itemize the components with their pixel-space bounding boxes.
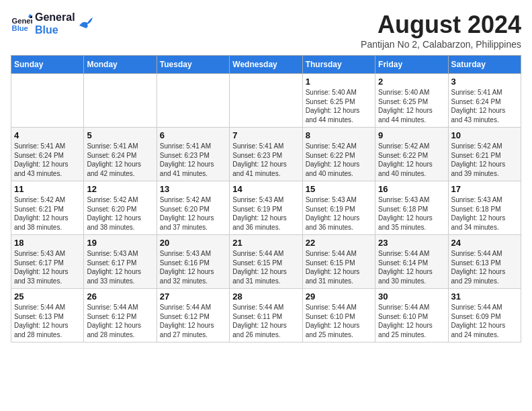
logo-blue: Blue xyxy=(35,24,75,36)
day-info: Sunrise: 5:41 AM Sunset: 6:24 PM Dayligh… xyxy=(87,142,153,178)
day-number: 16 xyxy=(378,184,445,194)
title-section: August 2024 Pantijan No 2, Calabarzon, P… xyxy=(361,11,521,50)
calendar-week-5: 25Sunrise: 5:44 AM Sunset: 6:13 PM Dayli… xyxy=(11,289,521,342)
day-number: 12 xyxy=(87,184,153,194)
day-number: 21 xyxy=(232,238,299,248)
calendar-cell: 15Sunrise: 5:43 AM Sunset: 6:19 PM Dayli… xyxy=(302,181,375,235)
weekday-header-tuesday: Tuesday xyxy=(157,56,229,74)
calendar-cell xyxy=(230,74,302,128)
calendar-cell: 13Sunrise: 5:42 AM Sunset: 6:20 PM Dayli… xyxy=(157,181,229,235)
calendar-cell: 11Sunrise: 5:42 AM Sunset: 6:21 PM Dayli… xyxy=(11,181,84,235)
calendar-cell: 1Sunrise: 5:40 AM Sunset: 6:25 PM Daylig… xyxy=(302,74,375,128)
day-number: 14 xyxy=(232,184,299,194)
weekday-header-sunday: Sunday xyxy=(11,56,84,74)
day-number: 17 xyxy=(451,184,518,194)
weekday-header-thursday: Thursday xyxy=(302,56,375,74)
day-info: Sunrise: 5:44 AM Sunset: 6:13 PM Dayligh… xyxy=(14,303,81,339)
day-info: Sunrise: 5:44 AM Sunset: 6:15 PM Dayligh… xyxy=(306,249,372,285)
day-number: 8 xyxy=(306,130,372,140)
calendar-cell: 24Sunrise: 5:44 AM Sunset: 6:13 PM Dayli… xyxy=(448,235,521,289)
day-number: 13 xyxy=(160,184,226,194)
day-info: Sunrise: 5:43 AM Sunset: 6:16 PM Dayligh… xyxy=(160,249,226,285)
calendar-table: SundayMondayTuesdayWednesdayThursdayFrid… xyxy=(11,55,521,342)
day-info: Sunrise: 5:43 AM Sunset: 6:17 PM Dayligh… xyxy=(14,249,81,285)
calendar-cell: 28Sunrise: 5:44 AM Sunset: 6:11 PM Dayli… xyxy=(230,289,302,342)
day-number: 7 xyxy=(232,130,299,140)
calendar-cell: 6Sunrise: 5:41 AM Sunset: 6:23 PM Daylig… xyxy=(157,128,229,181)
day-info: Sunrise: 5:40 AM Sunset: 6:25 PM Dayligh… xyxy=(378,88,445,124)
calendar-cell: 19Sunrise: 5:43 AM Sunset: 6:17 PM Dayli… xyxy=(84,235,157,289)
day-info: Sunrise: 5:42 AM Sunset: 6:21 PM Dayligh… xyxy=(14,195,81,232)
calendar-cell: 25Sunrise: 5:44 AM Sunset: 6:13 PM Dayli… xyxy=(11,289,84,342)
day-info: Sunrise: 5:43 AM Sunset: 6:19 PM Dayligh… xyxy=(306,195,372,232)
weekday-header-wednesday: Wednesday xyxy=(230,56,302,74)
day-number: 1 xyxy=(306,77,372,87)
calendar-cell: 8Sunrise: 5:42 AM Sunset: 6:22 PM Daylig… xyxy=(302,128,375,181)
day-info: Sunrise: 5:44 AM Sunset: 6:13 PM Dayligh… xyxy=(451,249,518,285)
weekday-header-friday: Friday xyxy=(375,56,448,74)
day-info: Sunrise: 5:41 AM Sunset: 6:24 PM Dayligh… xyxy=(451,88,518,124)
day-info: Sunrise: 5:44 AM Sunset: 6:14 PM Dayligh… xyxy=(378,249,445,285)
calendar-cell: 22Sunrise: 5:44 AM Sunset: 6:15 PM Dayli… xyxy=(302,235,375,289)
calendar-cell: 30Sunrise: 5:44 AM Sunset: 6:10 PM Dayli… xyxy=(375,289,448,342)
calendar-cell: 14Sunrise: 5:43 AM Sunset: 6:19 PM Dayli… xyxy=(230,181,302,235)
day-number: 5 xyxy=(87,130,153,140)
day-info: Sunrise: 5:40 AM Sunset: 6:25 PM Dayligh… xyxy=(306,88,372,124)
day-info: Sunrise: 5:42 AM Sunset: 6:20 PM Dayligh… xyxy=(87,195,153,232)
day-number: 29 xyxy=(306,291,372,302)
day-info: Sunrise: 5:42 AM Sunset: 6:22 PM Dayligh… xyxy=(378,142,445,178)
day-info: Sunrise: 5:44 AM Sunset: 6:10 PM Dayligh… xyxy=(378,303,445,339)
logo-general: General xyxy=(35,11,75,24)
calendar-cell: 2Sunrise: 5:40 AM Sunset: 6:25 PM Daylig… xyxy=(375,74,448,128)
calendar-cell: 3Sunrise: 5:41 AM Sunset: 6:24 PM Daylig… xyxy=(448,74,521,128)
day-number: 24 xyxy=(451,238,518,248)
day-number: 4 xyxy=(14,130,81,140)
day-number: 18 xyxy=(14,238,81,248)
calendar-cell: 7Sunrise: 5:41 AM Sunset: 6:23 PM Daylig… xyxy=(230,128,302,181)
calendar-cell: 9Sunrise: 5:42 AM Sunset: 6:22 PM Daylig… xyxy=(375,128,448,181)
day-info: Sunrise: 5:42 AM Sunset: 6:22 PM Dayligh… xyxy=(306,142,372,178)
day-info: Sunrise: 5:42 AM Sunset: 6:21 PM Dayligh… xyxy=(451,142,518,178)
calendar-cell: 27Sunrise: 5:44 AM Sunset: 6:12 PM Dayli… xyxy=(157,289,229,342)
header: General Blue General Blue August 2024 Pa… xyxy=(11,11,521,50)
calendar-cell: 12Sunrise: 5:42 AM Sunset: 6:20 PM Dayli… xyxy=(84,181,157,235)
calendar-cell: 20Sunrise: 5:43 AM Sunset: 6:16 PM Dayli… xyxy=(157,235,229,289)
logo: General Blue General Blue xyxy=(11,11,93,36)
day-info: Sunrise: 5:43 AM Sunset: 6:18 PM Dayligh… xyxy=(378,195,445,232)
day-number: 26 xyxy=(87,291,153,302)
day-info: Sunrise: 5:44 AM Sunset: 6:09 PM Dayligh… xyxy=(451,303,518,339)
day-info: Sunrise: 5:44 AM Sunset: 6:10 PM Dayligh… xyxy=(306,303,372,339)
calendar-week-3: 11Sunrise: 5:42 AM Sunset: 6:21 PM Dayli… xyxy=(11,181,521,235)
day-info: Sunrise: 5:44 AM Sunset: 6:15 PM Dayligh… xyxy=(232,249,299,285)
calendar-cell: 23Sunrise: 5:44 AM Sunset: 6:14 PM Dayli… xyxy=(375,235,448,289)
calendar-cell: 21Sunrise: 5:44 AM Sunset: 6:15 PM Dayli… xyxy=(230,235,302,289)
calendar-cell: 31Sunrise: 5:44 AM Sunset: 6:09 PM Dayli… xyxy=(448,289,521,342)
weekday-header-monday: Monday xyxy=(84,56,157,74)
day-number: 2 xyxy=(378,77,445,87)
day-number: 10 xyxy=(451,130,518,140)
day-number: 11 xyxy=(14,184,81,194)
svg-text:Blue: Blue xyxy=(12,24,28,32)
day-info: Sunrise: 5:43 AM Sunset: 6:18 PM Dayligh… xyxy=(451,195,518,232)
calendar-cell: 17Sunrise: 5:43 AM Sunset: 6:18 PM Dayli… xyxy=(448,181,521,235)
day-number: 23 xyxy=(378,238,445,248)
day-number: 22 xyxy=(306,238,372,248)
calendar-cell: 10Sunrise: 5:42 AM Sunset: 6:21 PM Dayli… xyxy=(448,128,521,181)
calendar-cell: 26Sunrise: 5:44 AM Sunset: 6:12 PM Dayli… xyxy=(84,289,157,342)
day-info: Sunrise: 5:42 AM Sunset: 6:20 PM Dayligh… xyxy=(160,195,226,232)
day-info: Sunrise: 5:44 AM Sunset: 6:11 PM Dayligh… xyxy=(232,303,299,339)
calendar-cell xyxy=(157,74,229,128)
day-info: Sunrise: 5:43 AM Sunset: 6:17 PM Dayligh… xyxy=(87,249,153,285)
day-number: 6 xyxy=(160,130,226,140)
weekday-header-saturday: Saturday xyxy=(448,56,521,74)
day-info: Sunrise: 5:41 AM Sunset: 6:23 PM Dayligh… xyxy=(160,142,226,178)
day-info: Sunrise: 5:44 AM Sunset: 6:12 PM Dayligh… xyxy=(87,303,153,339)
day-info: Sunrise: 5:41 AM Sunset: 6:23 PM Dayligh… xyxy=(232,142,299,178)
day-info: Sunrise: 5:44 AM Sunset: 6:12 PM Dayligh… xyxy=(160,303,226,339)
day-number: 9 xyxy=(378,130,445,140)
calendar-cell: 18Sunrise: 5:43 AM Sunset: 6:17 PM Dayli… xyxy=(11,235,84,289)
day-number: 19 xyxy=(87,238,153,248)
day-number: 30 xyxy=(378,291,445,302)
day-number: 31 xyxy=(451,291,518,302)
logo-bird-icon xyxy=(78,16,93,31)
